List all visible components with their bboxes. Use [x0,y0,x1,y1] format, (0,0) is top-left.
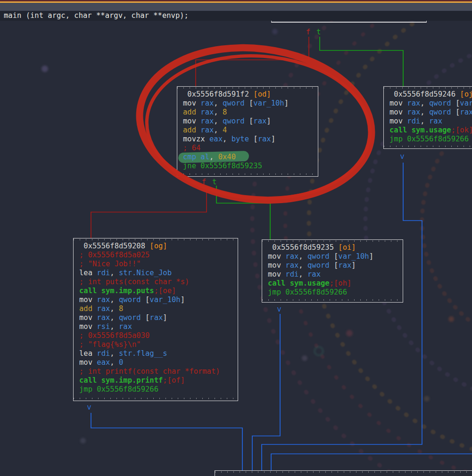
basic-block-0x5556f8d59208[interactable]: 0x5556f8d59208 [og]; 0x5556f8d5a025; "Ni… [73,238,238,401]
asm-line: mov rax, qword [var_10h] [177,99,318,108]
asm-line: jmp 0x5556f8d59266 [262,288,403,297]
asm-line: mov eax, 0 [74,358,238,367]
edge-label-t: t [212,178,217,186]
asm-line: lea rdi, str.Nice_Job [74,269,238,278]
asm-line: mov rsi, rax [74,322,238,331]
asm-line: lea rdi, str.flag__s [74,349,238,358]
asm-line: mov rax, qword [var_10h] [262,252,403,261]
asm-line: call sym.usage;[ok] [384,126,472,135]
asm-line: add rax, 8 [177,108,318,117]
asm-line: call sym.imp.puts;[oe] [74,287,238,295]
arrow-head-v: v [277,305,282,313]
asm-line: cmp al, 0x40 [177,153,318,162]
block-title: 0x5556f8d59235 [oi] [262,243,403,252]
asm-line: ; "flag{%s}\n" [74,340,238,349]
asm-line: mov rax, qword [rax] [74,313,238,322]
asm-line: mov rax, qword [rax] [177,117,318,126]
block-title: 0x5556f8d591f2 [od] [177,90,318,99]
asm-line: mov rdi, rax [262,270,403,279]
asm-line: add rax, 8 [74,304,238,313]
asm-line: movzx eax, byte [rax] [177,135,318,144]
asm-line: mov rdi, rax [384,117,472,126]
basic-block-bottom-partial[interactable] [215,470,472,476]
basic-block-0x5556f8d59235[interactable]: 0x5556f8d59235 [oi]mov rax, qword [var_1… [262,239,403,303]
edge-label-f: f [306,28,311,36]
asm-line: ; int printf(const char *format) [74,367,238,376]
asm-line: ; "Nice Job!!" [74,260,238,269]
asm-line: ; int puts(const char *s) [74,278,238,287]
graph-canvas[interactable]: 0x5556f8d591f2 [od]mov rax, qword [var_1… [0,0,472,476]
block-title: 0x5556f8d59208 [og] [74,242,238,251]
basic-block-0x5556f8d591f2[interactable]: 0x5556f8d591f2 [od]mov rax, qword [var_1… [177,86,318,177]
terminal-tab-bar [0,3,472,11]
asm-line: call sym.imp.printf;[of] [74,376,238,385]
asm-line: ; 0x5556f8d5a030 [74,331,238,340]
asm-line: call sym.usage;[oh] [262,279,403,288]
asm-line: ; 64 [177,144,318,153]
asm-line: add rax, 4 [177,126,318,135]
asm-line: mov rax, qword [rax] [384,108,472,117]
asm-line: jmp 0x5556f8d59266 [74,385,238,394]
asm-line: mov rax, qword [var_10h] [74,295,238,304]
asm-line: mov rax, qword [rax] [262,261,403,270]
arrow-head-v: v [87,403,91,411]
edge-label-f: f [202,178,207,186]
basic-block-0x5556f8d59246[interactable]: 0x5556f8d59246 [oj]mov rax, qword [var_1… [383,86,472,149]
asm-line: jne 0x5556f8d59235 [177,162,318,171]
block-title: 0x5556f8d59246 [oj] [384,90,472,99]
asm-line: ; 0x5556f8d5a025 [74,251,238,260]
asm-line: mov rax, qword [var_10h] [384,99,472,108]
arrow-head-v: v [400,153,405,160]
asm-line: jmp 0x5556f8d59266 [384,135,472,144]
function-signature: main (int argc, char **argv, char **envp… [0,11,472,21]
edge-label-t: t [316,28,321,36]
radare2-graph-view: { "window": { "topbar_color": "#5e2a2c",… [0,0,472,476]
